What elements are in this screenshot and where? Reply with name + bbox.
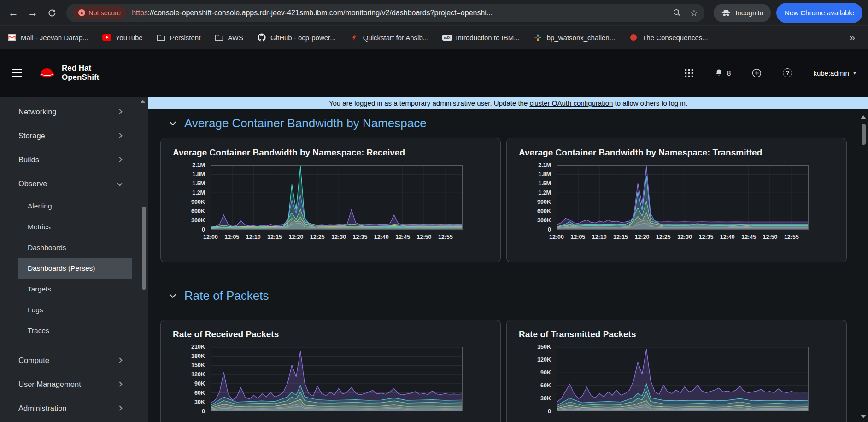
not-secure-icon: × (78, 9, 85, 16)
sidebar-item-compute[interactable]: Compute (0, 348, 148, 372)
x-axis-label: 12:55 (784, 234, 799, 240)
help-icon[interactable]: ? (783, 68, 792, 77)
sidebar-item-observe[interactable]: Observe (0, 172, 148, 196)
panel-title: Average Container Bandwidth by Namespace… (519, 148, 834, 158)
chart-panel-transmitted-bandwidth: Average Container Bandwidth by Namespace… (506, 138, 847, 262)
sidebar-item-dashboards[interactable]: Dashboards (18, 237, 132, 258)
bookmark-watsonx[interactable]: bp_watsonx_challen... (534, 33, 615, 42)
masthead-actions: 8 ? kube:admin ▾ (685, 68, 856, 78)
x-axis (557, 416, 809, 422)
chevron-down-icon (117, 181, 122, 186)
not-secure-chip[interactable]: × Not secure (73, 6, 126, 19)
bookmark-consequences[interactable]: The Consequences... (629, 33, 708, 42)
y-axis-label: 900K (191, 199, 205, 205)
sidebar-item-storage[interactable]: Storage (0, 124, 148, 148)
x-axis-label: 12:00 (549, 234, 564, 240)
y-axis-label: 0 (548, 408, 551, 415)
bookmark-edx[interactable]: edX Introduction to IBM... (442, 33, 519, 42)
y-axis-label: 1.2M (192, 190, 205, 196)
y-axis-label: 60K (540, 382, 551, 389)
chart-plot[interactable] (557, 347, 809, 411)
sidebar-item-dashboards-perses[interactable]: Dashboards (Perses) (18, 258, 132, 279)
panel-row: Rate of Received Packets 210K180K150K120… (160, 320, 847, 422)
sidebar-item-builds[interactable]: Builds (0, 148, 148, 172)
sidebar-item-administration[interactable]: Administration (0, 396, 148, 420)
brand-line1: Red Hat (62, 64, 99, 73)
redhat-fedora-icon (37, 66, 57, 80)
oauth-config-link[interactable]: cluster OAuth configuration (529, 99, 613, 107)
sidebar-item-metrics[interactable]: Metrics (18, 216, 132, 237)
chevron-right-icon (117, 157, 122, 162)
panel-title: Average Container Bandwidth by Namespace… (173, 148, 488, 158)
main-scrollbar-thumb[interactable] (862, 124, 866, 145)
chart-plot[interactable] (211, 347, 463, 411)
sidebar-item-logs[interactable]: Logs (18, 299, 132, 320)
y-axis-label: 1.5M (192, 180, 205, 187)
x-axis-label: 12:40 (374, 234, 389, 240)
sidebar-item-alerting[interactable]: Alerting (18, 196, 132, 216)
bookmarks-overflow-icon[interactable]: » (850, 32, 861, 43)
sidebar-item-user-management[interactable]: User Management (0, 372, 148, 396)
chart-lines (557, 347, 808, 411)
x-axis-label: 12:25 (656, 234, 671, 240)
incognito-badge: Incognito (714, 4, 771, 22)
y-axis-label: 900K (537, 199, 551, 205)
sidebar-scroll-up-icon[interactable] (140, 100, 146, 103)
x-axis-label: 12:50 (417, 234, 432, 240)
bookmark-quickstart[interactable]: Quickstart for Ansib... (350, 33, 429, 42)
bookmark-youtube[interactable]: YouTube (102, 33, 143, 42)
back-button[interactable]: ← (5, 4, 22, 22)
bookmark-persistent[interactable]: Persistent (157, 33, 201, 42)
github-icon (257, 33, 266, 42)
y-axis: 210K180K150K120K90K60K30K0 (173, 347, 211, 411)
sidebar-item-networking[interactable]: Networking (0, 100, 148, 124)
chevron-right-icon (117, 109, 122, 114)
sidebar-item-targets[interactable]: Targets (18, 279, 132, 299)
panel-title: Rate of Transmitted Packets (519, 329, 834, 339)
main-scroll-down-icon[interactable] (861, 415, 866, 418)
y-axis: 2.1M1.8M1.5M1.2M900K600K300K0 (519, 165, 557, 230)
url-rest: ://console-openshift-console.apps.rdr-je… (148, 9, 493, 17)
add-icon[interactable] (752, 68, 762, 78)
sidebar-item-label: Networking (18, 107, 57, 116)
chart-lines (211, 347, 462, 411)
sidebar-item-traces[interactable]: Traces (18, 320, 132, 341)
bookmark-mail[interactable]: Mail - Jeevan Darap... (7, 33, 88, 42)
app-launcher-icon[interactable] (685, 69, 693, 77)
main-scroll-up-icon[interactable] (861, 115, 866, 119)
section-collapse-icon[interactable] (170, 291, 176, 298)
screen: ← → × Not secure https://console-openshi… (0, 0, 868, 422)
forward-button[interactable]: → (24, 4, 41, 22)
bookmark-star-icon[interactable]: ☆ (690, 8, 698, 18)
bookmark-github[interactable]: GitHub - ocp-power... (257, 33, 336, 42)
y-axis-label: 600K (537, 208, 551, 214)
y-axis-label: 90K (194, 380, 205, 387)
slack-icon (534, 33, 543, 42)
line-chart: 210K180K150K120K90K60K30K0 (173, 347, 488, 422)
line-chart: 2.1M1.8M1.5M1.2M900K600K300K0 12:0012:05… (519, 165, 834, 242)
chart-panel-received-packets: Rate of Received Packets 210K180K150K120… (160, 320, 501, 422)
y-axis-label: 2.1M (192, 162, 205, 168)
chart-lines (211, 166, 462, 229)
sidebar-scrollbar-thumb[interactable] (142, 207, 146, 290)
chevron-down-icon: ▾ (853, 70, 856, 76)
bookmark-label: GitHub - ocp-power... (270, 34, 336, 42)
y-axis-label: 1.8M (192, 171, 205, 178)
y-axis-label: 0 (202, 408, 205, 415)
zoom-icon[interactable] (673, 8, 681, 17)
y-axis-label: 60K (194, 390, 205, 396)
chart-plot[interactable] (211, 165, 463, 230)
y-axis-label: 30K (194, 399, 205, 405)
x-axis-label: 12:25 (310, 234, 325, 240)
user-menu[interactable]: kube:admin ▾ (813, 69, 856, 77)
y-axis-label: 600K (191, 208, 205, 214)
folder-icon (214, 33, 223, 42)
reload-button[interactable] (43, 4, 61, 22)
nav-toggle-icon[interactable] (12, 69, 22, 77)
section-collapse-icon[interactable] (170, 119, 176, 125)
chart-plot[interactable] (557, 165, 809, 230)
notifications-button[interactable]: 8 (715, 69, 731, 77)
address-bar[interactable]: × Not secure https://console-openshift-c… (66, 4, 704, 22)
bookmark-aws[interactable]: AWS (214, 33, 243, 42)
chrome-update-button[interactable]: New Chrome available (776, 3, 862, 23)
